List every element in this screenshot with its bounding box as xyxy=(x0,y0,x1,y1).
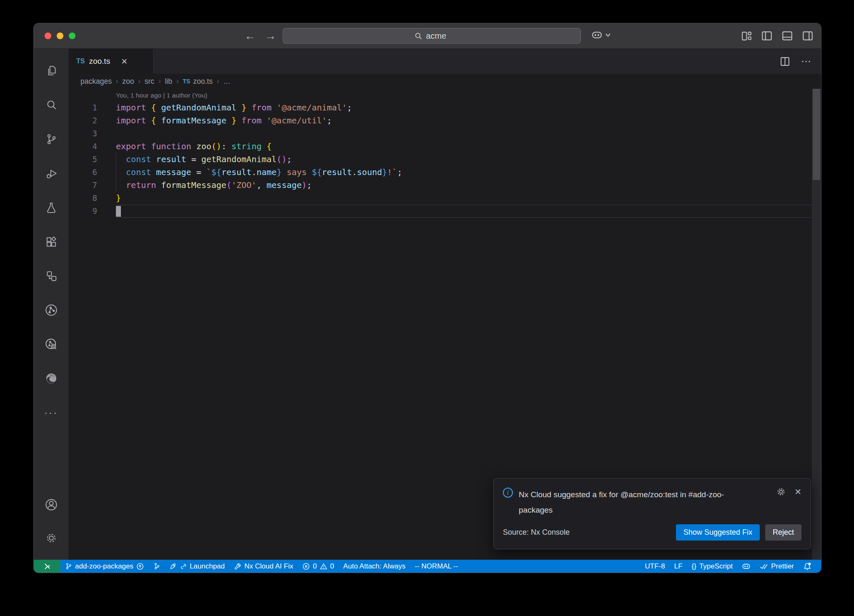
code-line-content[interactable]: const result = getRandomAnimal(); xyxy=(116,153,821,166)
code-line[interactable]: 9 xyxy=(69,205,821,218)
run-and-debug-icon[interactable] xyxy=(34,156,68,190)
split-editor-icon[interactable] xyxy=(780,56,790,67)
code-line-content[interactable]: } xyxy=(116,192,821,205)
code-line[interactable]: 4export function zoo(): string { xyxy=(69,140,821,153)
breadcrumb-item[interactable]: lib xyxy=(165,77,172,86)
copilot-icon[interactable] xyxy=(591,29,603,40)
remote-indicator[interactable] xyxy=(34,560,60,573)
toggle-primary-sidebar-icon[interactable] xyxy=(761,30,773,42)
code-token: message xyxy=(261,180,301,190)
vim-mode-status[interactable]: -- NORMAL -- xyxy=(410,560,462,573)
close-window-button[interactable] xyxy=(45,33,51,39)
line-number[interactable]: 5 xyxy=(69,153,97,166)
breadcrumb-item[interactable]: packages xyxy=(80,77,112,86)
code-token: from xyxy=(246,103,271,113)
line-number[interactable]: 7 xyxy=(69,179,97,192)
tab-zoo-ts[interactable]: TS zoo.ts ✕ xyxy=(69,49,153,74)
language-mode-status[interactable]: {} TypeScript xyxy=(687,560,738,573)
eol-status[interactable]: LF xyxy=(670,560,687,573)
line-number[interactable]: 6 xyxy=(69,166,97,179)
explorer-icon[interactable] xyxy=(34,54,68,88)
show-suggested-fix-button[interactable]: Show Suggested Fix xyxy=(676,524,760,541)
code-line-content[interactable]: import { formatMessage } from '@acme/uti… xyxy=(116,114,821,127)
reject-button[interactable]: Reject xyxy=(765,524,801,541)
code-line-content[interactable]: export function zoo(): string { xyxy=(116,140,821,153)
chevron-down-icon[interactable] xyxy=(605,33,611,37)
copilot-status[interactable] xyxy=(737,560,755,573)
toggle-panel-icon[interactable] xyxy=(781,30,793,42)
scrollbar-thumb[interactable] xyxy=(813,89,820,180)
notification-close-icon[interactable]: ✕ xyxy=(794,487,801,497)
accounts-icon[interactable] xyxy=(34,488,68,521)
code-line[interactable]: 8} xyxy=(69,192,821,205)
code-line[interactable]: 2import { formatMessage } from '@acme/ut… xyxy=(69,114,821,127)
line-number[interactable]: 8 xyxy=(69,192,97,205)
breadcrumb: packages›zoo›src›lib›TSzoo.ts›… xyxy=(69,74,821,89)
line-number[interactable]: 1 xyxy=(69,101,97,114)
git-graph-status[interactable] xyxy=(148,560,165,573)
code-line-content[interactable]: const message = `${result.name} says ${r… xyxy=(116,166,821,179)
rocket-icon xyxy=(169,562,177,570)
command-center-search[interactable] xyxy=(283,28,581,44)
problems-status[interactable]: 0 0 xyxy=(298,560,339,573)
code-line-content[interactable]: return formatMessage('ZOO', message); xyxy=(116,179,821,192)
editor-cursor xyxy=(116,206,121,217)
editor[interactable]: You, 1 hour ago | 1 author (You) 1import… xyxy=(69,89,821,560)
git-branch-status[interactable]: add-zoo-packages xyxy=(60,560,148,573)
navigate-back-icon[interactable]: ← xyxy=(244,30,256,43)
git-blame-annotation[interactable]: You, 1 hour ago | 1 author (You) xyxy=(116,90,821,100)
nx-cloud-ai-fix-status[interactable]: Nx Cloud AI Fix xyxy=(229,560,298,573)
line-number[interactable]: 2 xyxy=(69,114,97,127)
code-line[interactable]: 1import { getRandomAnimal } from '@acme/… xyxy=(69,101,821,114)
breadcrumb-item[interactable]: zoo xyxy=(122,77,134,86)
minimize-window-button[interactable] xyxy=(57,33,63,39)
prettier-status[interactable]: Prettier xyxy=(755,560,799,573)
code-line[interactable]: 5 const result = getRandomAnimal(); xyxy=(69,153,821,166)
breadcrumb-file[interactable]: zoo.ts xyxy=(193,77,213,86)
nx-workspace-icon[interactable] xyxy=(34,259,68,293)
customize-layout-icon[interactable] xyxy=(741,30,752,42)
nx-console-icon[interactable] xyxy=(34,293,68,327)
code-line[interactable]: 3 xyxy=(69,127,821,140)
line-number[interactable]: 4 xyxy=(69,140,97,153)
code-token: string xyxy=(226,141,261,151)
extensions-icon[interactable] xyxy=(34,225,68,259)
notifications-status[interactable] xyxy=(799,560,816,573)
testing-icon[interactable] xyxy=(34,190,68,225)
code-line-content[interactable] xyxy=(116,127,821,140)
line-number[interactable]: 9 xyxy=(69,205,97,218)
code-token: sound xyxy=(357,167,382,177)
more-actions-icon[interactable]: ⋯ xyxy=(801,55,812,67)
code-token: '@acme/util' xyxy=(261,115,327,125)
code-line-content[interactable]: import { getRandomAnimal } from '@acme/a… xyxy=(116,101,821,114)
edge-browser-icon[interactable] xyxy=(34,361,68,396)
breadcrumb-symbol-tail[interactable]: … xyxy=(223,77,231,86)
source-control-icon[interactable] xyxy=(34,122,68,156)
tab-label: zoo.ts xyxy=(89,57,110,66)
toggle-secondary-sidebar-icon[interactable] xyxy=(802,30,814,42)
editor-scrollbar[interactable] xyxy=(812,89,821,560)
notification-message: Nx Cloud suggested a fix for @acme/zoo:t… xyxy=(519,487,744,518)
navigate-forward-icon[interactable]: → xyxy=(265,30,276,43)
code-line[interactable]: 6 const message = `${result.name} says $… xyxy=(69,166,821,179)
breadcrumb-item[interactable]: src xyxy=(145,77,154,86)
search-sidebar-icon[interactable] xyxy=(34,88,68,122)
launchpad-status[interactable]: Launchpad xyxy=(165,560,229,573)
line-number[interactable]: 3 xyxy=(69,127,97,140)
code-line[interactable]: 7 return formatMessage('ZOO', message); xyxy=(69,179,821,192)
code-token: result xyxy=(221,167,251,177)
settings-gear-icon[interactable] xyxy=(34,521,68,555)
auto-attach-status[interactable]: Auto Attach: Always xyxy=(339,560,410,573)
code-line-content[interactable] xyxy=(116,205,821,218)
additional-views-icon[interactable]: ··· xyxy=(34,396,68,430)
maximize-window-button[interactable] xyxy=(69,33,75,39)
breadcrumb-separator: › xyxy=(158,78,161,85)
breadcrumb-separator: › xyxy=(116,78,118,85)
branch-icon xyxy=(65,563,72,570)
tab-close-icon[interactable]: ✕ xyxy=(121,57,128,66)
search-input[interactable] xyxy=(426,31,450,41)
nx-graph-icon[interactable] xyxy=(34,327,68,361)
notification-settings-gear-icon[interactable] xyxy=(776,487,786,497)
encoding-status[interactable]: UTF-8 xyxy=(640,560,670,573)
breadcrumb-separator: › xyxy=(217,78,219,85)
